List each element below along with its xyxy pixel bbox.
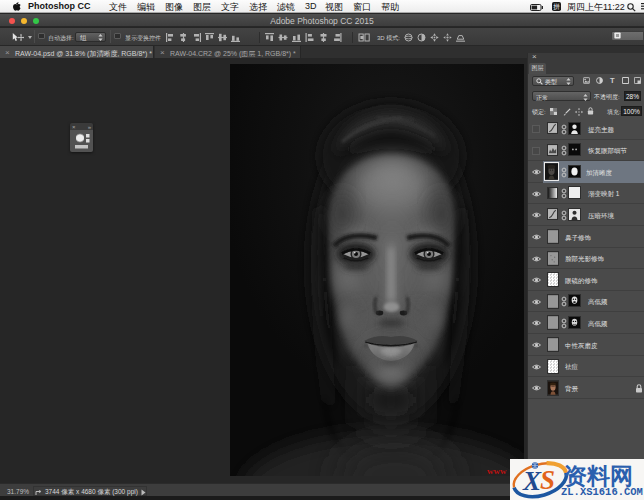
svg-text:S: S — [540, 465, 555, 495]
svg-text:拼: 拼 — [553, 3, 560, 10]
svg-text:X: X — [522, 466, 542, 496]
svg-text:ZL.XS1616.COM: ZL.XS1616.COM — [561, 486, 643, 498]
